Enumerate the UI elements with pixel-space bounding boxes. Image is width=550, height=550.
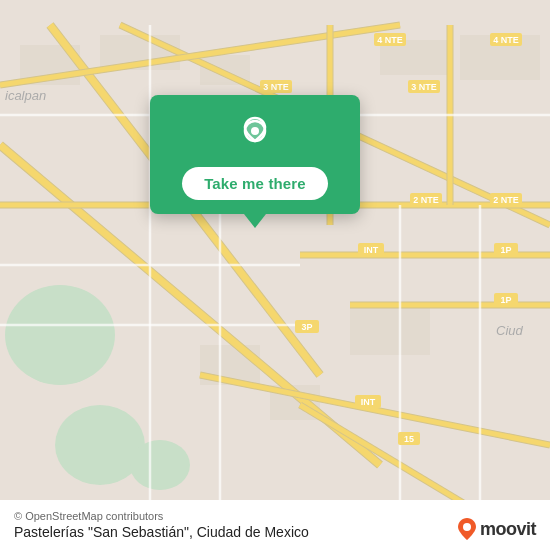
location-pin-icon [233, 113, 277, 157]
svg-text:icalpan: icalpan [5, 88, 46, 103]
take-me-there-button[interactable]: Take me there [182, 167, 328, 200]
svg-text:4 NTE: 4 NTE [377, 35, 403, 45]
svg-text:3 NTE: 3 NTE [411, 82, 437, 92]
svg-text:2 NTE: 2 NTE [413, 195, 439, 205]
svg-text:4 NTE: 4 NTE [493, 35, 519, 45]
popup-card: Take me there [150, 95, 360, 214]
svg-rect-8 [350, 305, 430, 355]
svg-point-67 [251, 127, 259, 135]
svg-text:2 NTE: 2 NTE [493, 195, 519, 205]
svg-point-2 [130, 440, 190, 490]
svg-text:INT: INT [364, 245, 379, 255]
moovit-logo: moovit [458, 518, 536, 540]
svg-point-0 [5, 285, 115, 385]
map-svg: 4 NTE 4 NTE 3 NTE 3 NTE 2 NTE 2 NTE INT … [0, 0, 550, 550]
svg-point-68 [463, 523, 471, 531]
moovit-pin-icon [458, 518, 476, 540]
svg-text:15: 15 [404, 434, 414, 444]
svg-point-1 [55, 405, 145, 485]
svg-text:1P: 1P [500, 295, 511, 305]
svg-text:Ciud: Ciud [496, 323, 524, 338]
svg-text:1P: 1P [500, 245, 511, 255]
svg-text:INT: INT [361, 397, 376, 407]
moovit-text: moovit [480, 519, 536, 540]
bottom-bar: © OpenStreetMap contributors Pastelerías… [0, 500, 550, 550]
svg-line-30 [200, 375, 550, 445]
map-container: 4 NTE 4 NTE 3 NTE 3 NTE 2 NTE 2 NTE INT … [0, 0, 550, 550]
svg-text:3P: 3P [301, 322, 312, 332]
svg-text:3 NTE: 3 NTE [263, 82, 289, 92]
